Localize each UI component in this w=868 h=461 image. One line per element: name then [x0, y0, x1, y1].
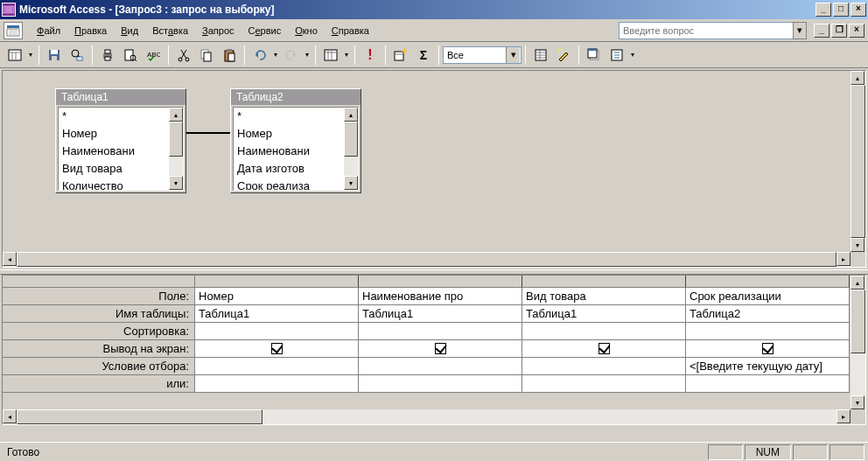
- menu-insert[interactable]: Вставка: [145, 23, 195, 38]
- field-item[interactable]: Дата изготов: [234, 160, 344, 178]
- cell-sort[interactable]: [195, 323, 359, 340]
- menu-file[interactable]: Файл: [30, 23, 67, 38]
- cell-or[interactable]: [522, 375, 686, 393]
- scroll-up-icon[interactable]: ▴: [169, 108, 183, 122]
- cell-table[interactable]: Таблица1: [359, 305, 522, 323]
- cell-or[interactable]: [359, 375, 522, 393]
- cell-sort[interactable]: [686, 323, 850, 340]
- scroll-down-icon[interactable]: ▾: [850, 395, 864, 409]
- design-scrollbar-vertical[interactable]: ▴ ▾: [850, 71, 865, 252]
- grid-scrollbar-horizontal[interactable]: ◂ ▸: [3, 409, 850, 424]
- cell-or[interactable]: [195, 375, 359, 393]
- maximize-button[interactable]: □: [833, 3, 849, 17]
- scrollbar-vertical[interactable]: ▴ ▾: [169, 108, 183, 190]
- cut-button[interactable]: [173, 45, 194, 66]
- cell-field[interactable]: Наименование про: [359, 288, 522, 305]
- scroll-down-icon[interactable]: ▾: [850, 238, 864, 252]
- checkbox-icon[interactable]: [271, 343, 283, 354]
- cell-field[interactable]: Срок реализации: [686, 288, 850, 305]
- show-table-button[interactable]: +: [390, 45, 411, 66]
- new-object-button[interactable]: [606, 45, 627, 66]
- properties-button[interactable]: [530, 45, 551, 66]
- column-selector[interactable]: [195, 276, 359, 288]
- cell-criteria[interactable]: <[Введите текущую дату]: [686, 358, 850, 375]
- field-list-1[interactable]: * Номер Наименовани Вид товара Количеств…: [59, 108, 169, 190]
- scroll-up-icon[interactable]: ▴: [850, 71, 864, 85]
- grid-scrollbar-vertical[interactable]: ▴ ▾: [850, 276, 865, 409]
- field-item[interactable]: *: [234, 108, 344, 125]
- builder-button[interactable]: [553, 45, 574, 66]
- cell-field[interactable]: Вид товара: [522, 288, 686, 305]
- totals-button[interactable]: Σ: [413, 45, 434, 66]
- print-preview-button[interactable]: [120, 45, 141, 66]
- field-item[interactable]: Наименовани: [234, 143, 344, 160]
- paste-button[interactable]: [219, 45, 240, 66]
- redo-button[interactable]: [281, 45, 302, 66]
- scrollbar-vertical[interactable]: ▴ ▾: [344, 108, 358, 190]
- print-button[interactable]: [97, 45, 118, 66]
- cell-show[interactable]: [359, 340, 522, 358]
- menu-view[interactable]: Вид: [114, 23, 145, 38]
- menu-window[interactable]: Окно: [288, 23, 325, 38]
- field-item[interactable]: Наименовани: [59, 143, 169, 160]
- scroll-up-icon[interactable]: ▴: [344, 108, 358, 122]
- cell-sort[interactable]: [522, 323, 686, 340]
- field-item[interactable]: Количество: [59, 178, 169, 190]
- cell-table[interactable]: Таблица1: [522, 305, 686, 323]
- checkbox-icon[interactable]: [598, 343, 610, 354]
- scroll-right-icon[interactable]: ▸: [836, 409, 850, 423]
- minimize-button[interactable]: _: [816, 3, 831, 17]
- column-selector[interactable]: [359, 276, 522, 288]
- scroll-up-icon[interactable]: ▴: [850, 276, 864, 290]
- view-dropdown[interactable]: ▾: [26, 51, 35, 59]
- field-item[interactable]: *: [59, 108, 169, 125]
- top-values-combo[interactable]: Все ▾: [443, 46, 522, 64]
- doc-restore-button[interactable]: ❐: [831, 24, 847, 38]
- cell-criteria[interactable]: [195, 358, 359, 375]
- undo-dropdown[interactable]: ▾: [271, 51, 280, 59]
- relationship-line[interactable]: [186, 132, 230, 134]
- field-item[interactable]: Срок реализа: [234, 178, 344, 190]
- table-box-2[interactable]: Таблица2 * Номер Наименовани Дата изгото…: [230, 88, 361, 193]
- scroll-left-icon[interactable]: ◂: [3, 409, 17, 423]
- run-button[interactable]: !: [360, 45, 381, 66]
- view-button[interactable]: [4, 45, 25, 66]
- row-selector[interactable]: [3, 276, 195, 288]
- close-button[interactable]: ×: [850, 3, 866, 17]
- redo-dropdown[interactable]: ▾: [303, 51, 312, 59]
- menu-help[interactable]: Справка: [325, 23, 376, 38]
- new-object-dropdown[interactable]: ▾: [628, 51, 637, 59]
- menu-tools[interactable]: Сервис: [242, 23, 289, 38]
- table-box-1[interactable]: Таблица1 * Номер Наименовани Вид товара …: [55, 88, 186, 193]
- cell-table[interactable]: Таблица1: [195, 305, 359, 323]
- design-scrollbar-horizontal[interactable]: ◂ ▸: [3, 252, 850, 267]
- scroll-down-icon[interactable]: ▾: [169, 176, 183, 190]
- doc-minimize-button[interactable]: _: [814, 24, 830, 38]
- scroll-down-icon[interactable]: ▾: [344, 176, 358, 190]
- doc-close-button[interactable]: ×: [849, 24, 864, 38]
- column-selector[interactable]: [686, 276, 850, 288]
- checkbox-icon[interactable]: [762, 343, 774, 354]
- search-button[interactable]: [66, 45, 88, 66]
- field-list-2[interactable]: * Номер Наименовани Дата изготов Срок ре…: [234, 108, 344, 190]
- field-item[interactable]: Номер: [59, 125, 169, 143]
- table-title-2[interactable]: Таблица2: [231, 89, 360, 105]
- cell-table[interactable]: Таблица2: [686, 305, 850, 323]
- cell-show[interactable]: [686, 340, 850, 358]
- menu-edit[interactable]: Правка: [67, 23, 114, 38]
- cell-criteria[interactable]: [522, 358, 686, 375]
- checkbox-icon[interactable]: [435, 343, 446, 354]
- menu-query[interactable]: Запрос: [195, 23, 241, 38]
- column-selector[interactable]: [522, 276, 686, 288]
- scroll-left-icon[interactable]: ◂: [3, 252, 17, 266]
- query-type-button[interactable]: [320, 45, 341, 66]
- query-type-dropdown[interactable]: ▾: [342, 51, 351, 59]
- app-menu-icon[interactable]: [4, 22, 23, 39]
- cell-sort[interactable]: [359, 323, 522, 340]
- help-dropdown-icon[interactable]: ▾: [793, 22, 807, 39]
- database-window-button[interactable]: [584, 45, 605, 66]
- help-search-input[interactable]: [619, 22, 794, 39]
- cell-show[interactable]: [195, 340, 359, 358]
- copy-button[interactable]: [196, 45, 217, 66]
- cell-show[interactable]: [522, 340, 686, 358]
